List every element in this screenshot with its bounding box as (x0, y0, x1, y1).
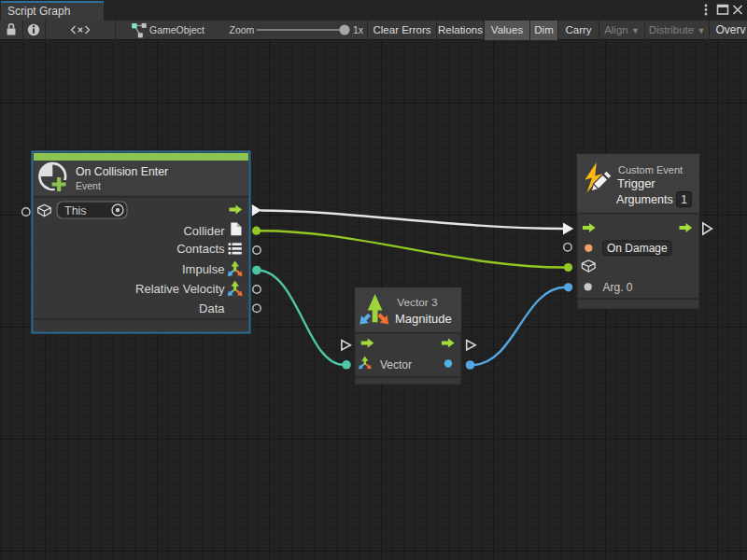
svg-text:Collider: Collider (183, 224, 225, 238)
svg-text:On Collision Enter: On Collision Enter (76, 165, 168, 178)
svg-text:Trigger: Trigger (617, 176, 655, 190)
svg-text:Contacts: Contacts (176, 242, 225, 256)
svg-text:1: 1 (681, 193, 687, 206)
svg-text:This: This (64, 204, 87, 217)
svg-text:Custom Event: Custom Event (618, 164, 683, 175)
svg-text:Vector: Vector (380, 358, 412, 371)
svg-text:Magnitude: Magnitude (395, 312, 452, 326)
svg-text:Relative Velocity: Relative Velocity (135, 282, 225, 296)
svg-text:Data: Data (199, 301, 225, 315)
svg-text:Arg. 0: Arg. 0 (603, 281, 633, 294)
svg-text:Vector 3: Vector 3 (397, 296, 438, 309)
svg-text:Arguments: Arguments (616, 193, 673, 206)
svg-text:Event: Event (76, 180, 101, 191)
svg-text:Impulse: Impulse (182, 262, 225, 276)
svg-text:On Damage: On Damage (607, 242, 668, 255)
